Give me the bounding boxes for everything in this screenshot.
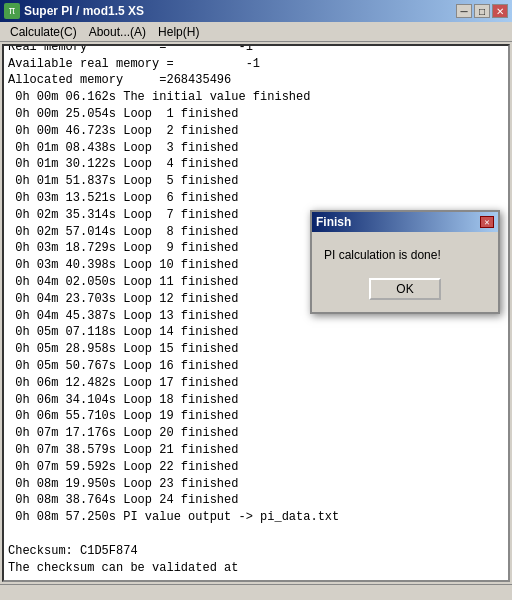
- menu-about[interactable]: About...(A): [83, 23, 152, 41]
- modal-message: PI calculation is done!: [324, 248, 486, 262]
- modal-title: Finish: [316, 215, 351, 229]
- modal-title-bar: Finish ✕: [312, 212, 498, 232]
- ok-button[interactable]: OK: [369, 278, 441, 300]
- modal-body: PI calculation is done! OK: [312, 232, 498, 312]
- menu-calculate[interactable]: Calculate(C): [4, 23, 83, 41]
- modal-buttons: OK: [324, 278, 486, 300]
- window-controls: ─ □ ✕: [456, 4, 508, 18]
- minimize-button[interactable]: ─: [456, 4, 472, 18]
- maximize-button[interactable]: □: [474, 4, 490, 18]
- modal-close-button[interactable]: ✕: [480, 216, 494, 228]
- title-bar: π Super PI / mod1.5 XS ─ □ ✕: [0, 0, 512, 22]
- window-title: Super PI / mod1.5 XS: [24, 4, 144, 18]
- finish-dialog: Finish ✕ PI calculation is done! OK: [310, 210, 500, 314]
- menu-bar: Calculate(C) About...(A) Help(H): [0, 22, 512, 42]
- menu-help[interactable]: Help(H): [152, 23, 205, 41]
- status-bar: [0, 584, 512, 600]
- app-icon: π: [4, 3, 20, 19]
- close-button[interactable]: ✕: [492, 4, 508, 18]
